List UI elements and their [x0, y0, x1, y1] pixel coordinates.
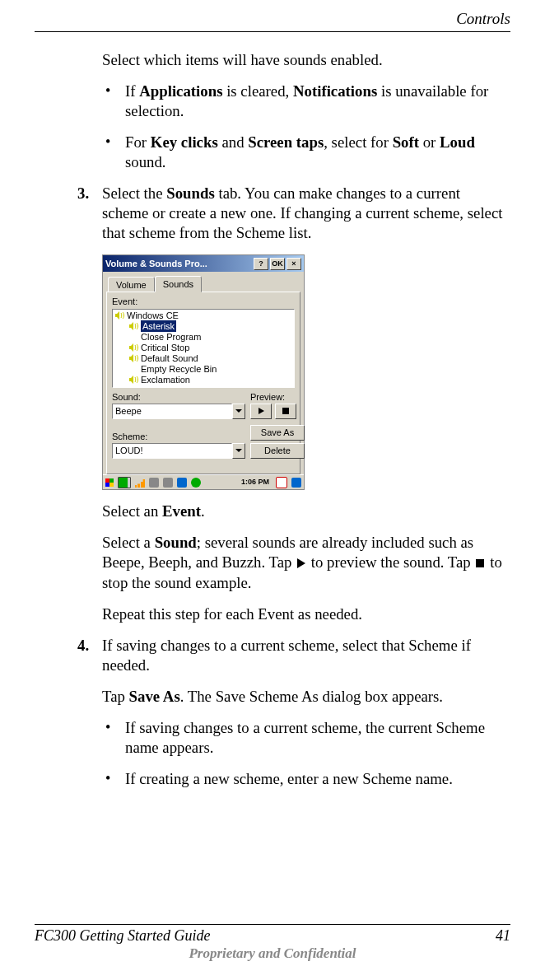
step-3: 3. Select the Sounds tab. You can make c…	[77, 184, 510, 243]
kw-loud: Loud	[440, 133, 475, 151]
scheme-col: Scheme:	[112, 431, 245, 459]
clock: 1:06 PM	[241, 478, 269, 488]
bullet-applications: If Applications is cleared, Notification…	[122, 82, 510, 121]
event-row[interactable]: Exclamation	[114, 375, 292, 385]
ok-button[interactable]: OK	[270, 258, 285, 270]
bullet-current-scheme: If saving changes to a current scheme, t…	[122, 718, 510, 758]
step-num-3: 3.	[77, 184, 102, 243]
sounds-dialog: Volume & Sounds Pro... ? OK × Volume Sou…	[102, 254, 305, 490]
kw-event: Event	[162, 502, 201, 520]
event-listbox[interactable]: Windows CE Asterisk Close Program	[112, 309, 295, 388]
play-icon	[259, 408, 264, 414]
label-sound: Sound:	[112, 391, 245, 403]
play-icon	[297, 558, 305, 568]
t: is cleared,	[222, 82, 293, 100]
select-sound-para: Select a Sound; several sounds are alrea…	[102, 533, 510, 592]
preview-buttons	[250, 404, 296, 419]
kw-keyclicks: Key clicks	[151, 133, 218, 151]
tab-pane-sounds: Event: Windows CE Asterisk Close Program	[106, 292, 300, 474]
label-event: Event:	[112, 296, 295, 307]
save-as-para: Tap Save As. The Save Scheme As dialog b…	[102, 687, 510, 707]
scheme-combo[interactable]	[112, 443, 245, 459]
event-row[interactable]: Close Program	[114, 332, 292, 343]
tray-icon[interactable]	[291, 478, 301, 488]
battery-icon[interactable]	[118, 477, 131, 488]
event-row[interactable]: Default Sound	[114, 353, 292, 364]
t: , select for	[324, 133, 392, 151]
kw-saveas: Save As	[129, 688, 180, 705]
scheme-buttons-col: Save As Delete	[250, 422, 305, 459]
kw-soft: Soft	[393, 133, 419, 151]
speaker-icon	[128, 375, 138, 385]
help-button[interactable]: ?	[254, 258, 268, 270]
event-label-selected: Asterisk	[141, 320, 176, 332]
event-label: Windows CE	[127, 310, 179, 321]
tray-icon[interactable]	[163, 478, 173, 488]
t: to preview the sound. Tap	[307, 553, 474, 571]
save-as-button[interactable]: Save As	[250, 425, 305, 441]
bullet-new-scheme: If creating a new scheme, enter a new Sc…	[122, 769, 510, 789]
stop-icon	[282, 408, 289, 414]
step-num-4: 4.	[77, 636, 102, 675]
speaker-icon	[128, 343, 138, 352]
t: Select the	[102, 184, 166, 202]
stop-icon	[476, 559, 484, 567]
t: Tap	[102, 688, 129, 705]
tab-volume[interactable]: Volume	[108, 277, 155, 293]
event-label: Exclamation	[141, 374, 190, 385]
preview-stop-button[interactable]	[275, 404, 296, 419]
sound-col: Sound:	[112, 391, 245, 419]
event-row-asterisk[interactable]: Asterisk	[114, 321, 292, 332]
close-button[interactable]: ×	[286, 258, 301, 270]
step-4-body: If saving changes to a current scheme, s…	[102, 636, 510, 675]
tab-sounds[interactable]: Sounds	[155, 276, 202, 292]
speaker-icon	[128, 321, 138, 331]
step-3-body: Select the Sounds tab. You can make chan…	[102, 184, 510, 243]
tray-icon[interactable]	[149, 478, 159, 488]
scheme-input[interactable]	[112, 443, 232, 459]
content: Select which items will have sounds enab…	[35, 32, 510, 789]
chevron-down-icon	[235, 449, 242, 452]
event-row[interactable]: Empty Recycle Bin	[114, 364, 292, 375]
t: If	[125, 82, 139, 100]
sound-combo-dropdown[interactable]	[232, 404, 245, 419]
titlebar-buttons: ? OK ×	[254, 258, 301, 270]
tray-icon[interactable]	[276, 477, 287, 488]
tab-strip: Volume Sounds	[103, 272, 304, 292]
t: Select a	[102, 534, 155, 551]
footer-row: FC300 Getting Started Guide 41	[35, 927, 510, 945]
t: For	[125, 133, 151, 151]
repeat-para: Repeat this step for each Event as neede…	[102, 604, 510, 624]
t: . The Save Scheme As dialog box appears.	[180, 688, 443, 705]
intro-para: Select which items will have sounds enab…	[102, 50, 510, 70]
signal-icon[interactable]	[135, 478, 145, 488]
chevron-down-icon	[235, 409, 242, 413]
kw-notifications: Notifications	[293, 82, 377, 100]
sound-preview-row: Sound: Preview:	[112, 391, 295, 419]
event-label: Default Sound	[141, 352, 198, 364]
kw-sound: Sound	[155, 534, 197, 551]
event-label: Empty Recycle Bin	[141, 363, 217, 375]
bluetooth-icon[interactable]	[177, 478, 187, 488]
start-button[interactable]	[105, 478, 114, 487]
event-row-root[interactable]: Windows CE	[114, 310, 292, 321]
taskbar[interactable]: 1:06 PM	[103, 474, 304, 489]
dialog-titlebar[interactable]: Volume & Sounds Pro... ? OK ×	[103, 255, 304, 272]
bullet-group-2: If saving changes to a current scheme, t…	[102, 718, 510, 789]
sound-input[interactable]	[112, 404, 232, 419]
footer-left: FC300 Getting Started Guide	[35, 927, 210, 945]
delete-button[interactable]: Delete	[250, 443, 305, 459]
scheme-row: Scheme: Save As Delete	[112, 422, 295, 459]
header-section: Controls	[35, 0, 510, 28]
t: sound.	[125, 153, 166, 170]
sync-icon[interactable]	[191, 478, 201, 488]
scheme-combo-dropdown[interactable]	[232, 443, 245, 459]
sound-combo[interactable]	[112, 404, 245, 419]
footer-confidential: Proprietary and Confidential	[35, 945, 510, 962]
event-label: Close Program	[141, 331, 201, 343]
t: or	[419, 133, 440, 151]
preview-play-button[interactable]	[250, 404, 272, 419]
footer: FC300 Getting Started Guide 41 Proprieta…	[35, 924, 510, 962]
event-row[interactable]: Critical Stop	[114, 343, 292, 353]
speaker-icon	[114, 310, 124, 320]
